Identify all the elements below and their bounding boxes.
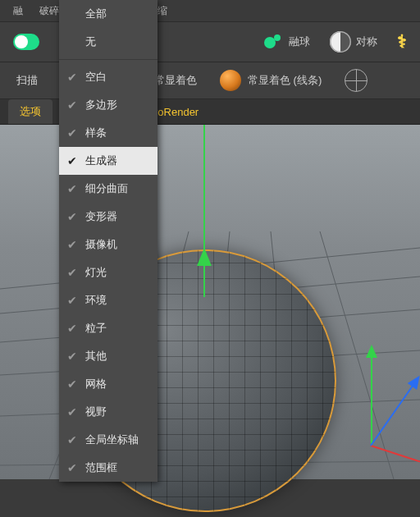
button-label: 对称 <box>356 34 377 49</box>
menu-item-label: 生成器 <box>85 153 117 168</box>
globe-button[interactable] <box>336 66 376 95</box>
svg-point-1 <box>274 34 281 41</box>
menu-item-2[interactable]: ✔空白 <box>59 63 158 91</box>
menu-item-12[interactable]: ✔其他 <box>59 342 158 370</box>
menu-item-label: 变形器 <box>85 209 117 224</box>
menu-item-11[interactable]: ✔粒子 <box>59 314 158 342</box>
button-label: 常显着色 (线条) <box>248 73 322 88</box>
menu-item-4[interactable]: ✔样条 <box>59 119 158 147</box>
filter-menu[interactable]: 全部无✔空白✔多边形✔样条✔生成器✔细分曲面✔变形器✔摄像机✔灯光✔环境✔粒子✔… <box>59 0 158 482</box>
scan-button[interactable]: 扫描 <box>8 70 46 91</box>
menu-item-5[interactable]: ✔生成器 <box>59 147 158 175</box>
button-label: 扫描 <box>16 73 38 88</box>
globe-icon <box>345 69 368 92</box>
metaball-button[interactable]: 融球 <box>254 26 318 57</box>
svg-point-0 <box>264 37 276 48</box>
check-icon: ✔ <box>66 210 79 223</box>
check-icon: ✔ <box>66 182 79 195</box>
menu-item[interactable]: 融 <box>13 4 23 18</box>
menu-item-label: 全部 <box>85 7 107 21</box>
check-icon: ✔ <box>66 154 79 167</box>
menu-item-label: 环境 <box>85 293 107 308</box>
menu-item-label: 样条 <box>85 126 107 140</box>
menu-item-7[interactable]: ✔变形器 <box>59 203 158 231</box>
toggle-button[interactable] <box>5 29 48 55</box>
check-icon: ✔ <box>66 405 79 419</box>
tab-options[interactable]: 选项 <box>8 99 52 124</box>
menu-item-label: 细分曲面 <box>85 181 128 196</box>
menu-item-14[interactable]: ✔视野 <box>59 398 158 426</box>
check-icon: ✔ <box>66 350 79 363</box>
menu-item-8[interactable]: ✔摄像机 <box>59 231 158 258</box>
check-icon: ✔ <box>66 98 79 112</box>
menu-item-label: 视野 <box>85 405 107 419</box>
shading-button-2[interactable]: 常显着色 (线条) <box>212 66 330 94</box>
axis-y-line <box>203 125 205 297</box>
button-label: 融球 <box>289 34 310 49</box>
python-button[interactable]: ⚕ <box>389 26 415 57</box>
render-label: roRender <box>154 106 199 118</box>
menu-item-1[interactable]: 无 <box>59 28 158 56</box>
menu-item-3[interactable]: ✔多边形 <box>59 91 158 119</box>
menu-item-label: 空白 <box>85 70 107 85</box>
metaball-icon <box>262 31 284 53</box>
menu-item-9[interactable]: ✔灯光 <box>59 258 158 286</box>
check-icon: ✔ <box>66 238 79 251</box>
menu-item-label: 摄像机 <box>85 237 117 252</box>
menu-item-label: 粒子 <box>85 321 107 336</box>
menu-item-13[interactable]: ✔网格 <box>59 370 158 398</box>
menu-item-10[interactable]: ✔环境 <box>59 286 158 314</box>
menu-item-label: 无 <box>85 34 96 49</box>
menu-item[interactable]: 破碎 <box>39 4 59 18</box>
menu-item-16[interactable]: ✔范围框 <box>59 454 158 482</box>
check-icon: ✔ <box>66 126 79 140</box>
button-label: 常显着色 <box>154 73 197 88</box>
menu-item-15[interactable]: ✔全局坐标轴 <box>59 426 158 454</box>
check-icon: ✔ <box>66 294 79 307</box>
toggle-icon <box>13 34 39 50</box>
menu-item-6[interactable]: ✔细分曲面 <box>59 175 158 203</box>
check-icon: ✔ <box>66 377 79 391</box>
sphere-icon <box>220 70 241 91</box>
menu-item-label: 灯光 <box>85 265 107 280</box>
menu-item-label: 范围框 <box>85 460 117 475</box>
check-icon: ✔ <box>66 71 79 84</box>
python-icon: ⚕ <box>397 31 407 53</box>
menu-item-label: 其他 <box>85 349 107 364</box>
symmetry-icon <box>330 31 351 53</box>
gizmo-y-axis[interactable] <box>371 356 372 446</box>
menu-item-label: 多边形 <box>85 98 117 112</box>
menu-item-label: 网格 <box>85 377 107 391</box>
menu-item-label: 全局坐标轴 <box>85 432 139 447</box>
symmetry-button[interactable]: 对称 <box>322 26 386 57</box>
check-icon: ✔ <box>66 322 79 335</box>
check-icon: ✔ <box>66 461 79 474</box>
check-icon: ✔ <box>66 433 79 446</box>
axis-y-arrow-icon <box>197 248 212 266</box>
menu-item-0[interactable]: 全部 <box>59 0 158 28</box>
check-icon: ✔ <box>66 266 79 279</box>
